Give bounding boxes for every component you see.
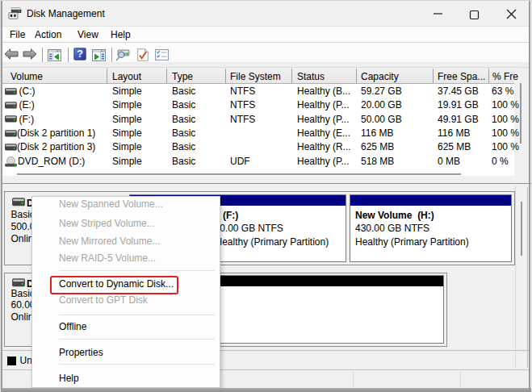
svg-text:?: ? (77, 48, 83, 60)
